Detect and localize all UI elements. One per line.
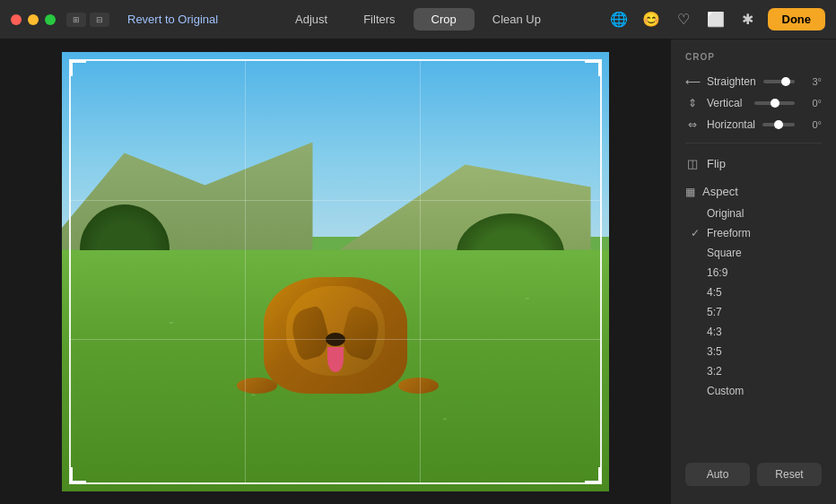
traffic-lights <box>11 14 56 25</box>
aspect-label: Aspect <box>702 185 738 198</box>
aspect-freeform-label: Freeform <box>707 227 751 239</box>
sidebar-toggle-button[interactable]: ⊞ <box>66 13 86 27</box>
divider-1 <box>685 143 822 143</box>
aspect-original-label: Original <box>707 207 744 220</box>
aspect-option-square[interactable]: Square <box>671 243 836 263</box>
straighten-slider-thumb <box>781 77 790 86</box>
close-button[interactable] <box>11 14 22 25</box>
horizontal-label: Horizontal <box>707 118 755 131</box>
done-button[interactable]: Done <box>768 8 826 30</box>
photo-container <box>62 52 609 491</box>
flip-label: Flip <box>707 157 726 170</box>
aspect-square-label: Square <box>707 247 742 259</box>
straighten-icon: ⟵ <box>685 74 700 89</box>
flip-row[interactable]: ◫ Flip <box>671 151 836 176</box>
vertical-label: Vertical <box>707 97 747 109</box>
aspect-3-2-label: 3:2 <box>707 365 722 378</box>
aspect-custom-label: Custom <box>707 385 744 397</box>
tab-adjust[interactable]: Adjust <box>277 8 345 30</box>
horizontal-row: ⇔ Horizontal 0° <box>671 114 836 135</box>
aspect-4-5-label: 4:5 <box>707 286 722 299</box>
reset-button[interactable]: Reset <box>757 463 822 486</box>
vertical-slider[interactable] <box>754 101 795 105</box>
globe-icon-button[interactable]: 🌐 <box>606 7 631 32</box>
dog-ear-left <box>287 305 333 361</box>
straighten-row: ⟵ Straighten 3° <box>671 71 836 92</box>
panel-section-title: CROP <box>671 52 836 71</box>
dog-tongue <box>327 347 344 372</box>
aspect-3-5-label: 3:5 <box>707 345 722 358</box>
aspect-header[interactable]: ▦ Aspect <box>671 179 836 204</box>
main-content: CROP ⟵ Straighten 3° ⇕ Vertical 0° ⇔ Hor… <box>0 39 836 504</box>
freeform-check-icon: ✓ <box>691 227 700 239</box>
horizontal-slider[interactable] <box>762 123 795 126</box>
straighten-slider[interactable] <box>763 80 795 83</box>
titlebar: ⊞ ⊟ Revert to Original Adjust Filters Cr… <box>0 0 836 39</box>
aspect-icon: ▦ <box>685 186 695 198</box>
dog-paw-left <box>237 378 277 394</box>
aspect-option-4-3[interactable]: 4:3 <box>671 322 836 342</box>
emoji-icon-button[interactable]: 😊 <box>639 7 664 32</box>
view-toggle-button[interactable]: ⊟ <box>90 13 109 27</box>
share-icon-button[interactable]: ⬜ <box>703 7 728 32</box>
vertical-value: 0° <box>802 98 822 109</box>
minimize-button[interactable] <box>28 14 39 25</box>
aspect-section: ▦ Aspect Original ✓ Freeform Square 16:9… <box>671 176 836 404</box>
aspect-option-4-5[interactable]: 4:5 <box>671 282 836 302</box>
dog-nose <box>326 333 345 346</box>
flip-icon: ◫ <box>685 156 700 170</box>
horizontal-slider-thumb <box>774 120 783 129</box>
maximize-button[interactable] <box>45 14 56 25</box>
right-panel: CROP ⟵ Straighten 3° ⇕ Vertical 0° ⇔ Hor… <box>670 39 836 504</box>
tab-filters[interactable]: Filters <box>345 8 413 30</box>
window-controls: ⊞ ⊟ <box>66 13 109 27</box>
straighten-value: 3° <box>802 76 822 87</box>
aspect-option-3-2[interactable]: 3:2 <box>671 361 836 381</box>
aspect-option-3-5[interactable]: 3:5 <box>671 342 836 361</box>
aspect-option-5-7[interactable]: 5:7 <box>671 302 836 322</box>
dog-paw-right <box>398 378 439 394</box>
panel-bottom: Auto Reset <box>671 454 836 495</box>
tab-cleanup[interactable]: Clean Up <box>475 8 559 30</box>
dog-head <box>286 286 385 376</box>
nav-tabs: Adjust Filters Crop Clean Up <box>277 8 559 30</box>
auto-button[interactable]: Auto <box>685 463 750 486</box>
aspect-option-16-9[interactable]: 16:9 <box>671 263 836 282</box>
revert-to-original-button[interactable]: Revert to Original <box>120 9 225 30</box>
vertical-icon: ⇕ <box>685 96 700 110</box>
horizontal-value: 0° <box>802 119 822 130</box>
aspect-4-3-label: 4:3 <box>707 326 722 338</box>
tab-crop[interactable]: Crop <box>414 8 475 30</box>
straighten-label: Straighten <box>707 75 756 88</box>
aspect-option-freeform[interactable]: ✓ Freeform <box>671 223 836 243</box>
aspect-option-custom[interactable]: Custom <box>671 381 836 401</box>
vertical-row: ⇕ Vertical 0° <box>671 92 836 114</box>
aspect-option-original[interactable]: Original <box>671 204 836 223</box>
more-tools-button[interactable]: ✱ <box>736 7 761 32</box>
aspect-16-9-label: 16:9 <box>707 266 727 279</box>
vertical-slider-thumb <box>771 99 779 108</box>
dog <box>210 161 461 448</box>
dog-ear-right <box>337 305 383 361</box>
photo-background <box>62 52 609 491</box>
dog-body <box>264 277 407 394</box>
horizontal-icon: ⇔ <box>685 117 700 132</box>
photo-area <box>0 39 670 504</box>
aspect-5-7-label: 5:7 <box>707 306 722 318</box>
heart-icon-button[interactable]: ♡ <box>671 7 696 32</box>
toolbar-right: 🌐 😊 ♡ ⬜ ✱ Done <box>606 7 826 32</box>
